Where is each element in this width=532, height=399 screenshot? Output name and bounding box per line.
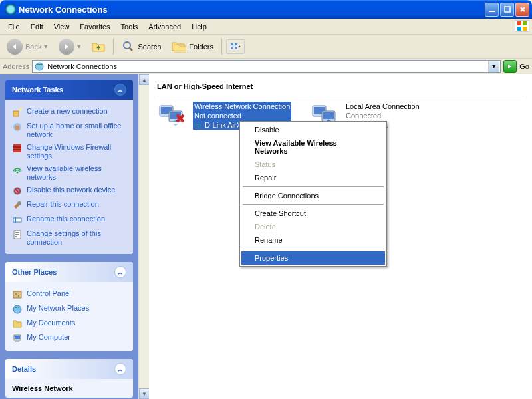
minimize-button[interactable] [485,3,499,17]
menu-edit[interactable]: Edit [25,21,49,33]
panel-header-details[interactable]: Details ︽ [5,359,133,379]
ctx-repair[interactable]: Repair [241,171,385,184]
connection-status: Not connected [193,111,291,120]
link-my-computer[interactable]: My Computer [12,331,126,346]
connection-name: Local Area Connection [346,102,420,111]
ctx-disable[interactable]: Disable [241,123,385,136]
task-view-wireless[interactable]: View available wireless networks [12,162,126,184]
toolbar: Back ▾ ▾ Search Folders [0,35,532,59]
menu-favorites[interactable]: Favorites [74,21,115,33]
menu-bar: File Edit View Favorites Tools Advanced … [0,19,532,35]
svg-rect-4 [517,27,521,31]
ctx-properties[interactable]: Properties [241,251,385,265]
firewall-icon [12,143,23,154]
close-button[interactable] [515,3,529,17]
ctx-rename[interactable]: Rename [241,233,385,247]
network-places-icon [12,304,23,315]
computer-icon [12,333,23,344]
window-buttons [485,3,529,17]
task-disable-device[interactable]: Disable this network device [12,184,126,198]
svg-rect-28 [13,291,21,298]
go-button[interactable] [503,60,517,73]
svg-rect-16 [13,146,21,148]
scroll-up-icon[interactable]: ▲ [139,74,150,85]
wireless-signal-icon [194,121,202,129]
address-label: Address [3,63,29,70]
search-button[interactable]: Search [118,38,165,55]
menu-file[interactable]: File [3,21,25,33]
svg-point-31 [13,305,21,313]
task-repair[interactable]: Repair this connection [12,198,126,213]
folders-icon [172,41,186,53]
panel-header-tasks[interactable]: Network Tasks ︽ [5,80,133,100]
search-icon [122,40,135,53]
network-tasks-panel: Network Tasks ︽ Create a new connection … [5,80,133,254]
menu-help[interactable]: Help [186,21,212,33]
address-dropdown-icon[interactable]: ▾ [488,61,499,72]
ctx-separator [243,204,384,205]
svg-point-39 [198,126,199,128]
task-label: View available wireless networks [27,164,126,182]
collapse-icon[interactable]: ︽ [114,84,126,96]
svg-rect-10 [235,47,237,49]
ctx-separator [243,249,384,249]
ctx-delete: Delete [241,220,385,233]
ctx-bridge[interactable]: Bridge Connections [241,189,385,202]
task-setup-network[interactable]: Set up a home or small office network [12,120,126,141]
repair-icon [12,200,23,211]
go-label: Go [519,63,529,70]
svg-rect-43 [323,112,334,119]
rename-icon [12,215,23,225]
svg-rect-12 [13,111,19,116]
task-rename[interactable]: Rename this connection [12,213,126,227]
up-button[interactable] [88,39,109,54]
ctx-separator [243,186,384,187]
disable-icon [12,186,23,196]
svg-rect-5 [523,27,527,31]
address-input[interactable]: Network Connections ▾ [32,60,501,73]
svg-rect-33 [15,336,20,339]
wireless-connection-icon [157,102,189,128]
maximize-button[interactable] [500,3,514,17]
task-label: Change settings of this connection [27,229,126,247]
ctx-view-networks[interactable]: View Available Wireless Networks [241,136,385,158]
svg-point-11 [35,63,43,70]
section-header: LAN or High-Speed Internet [157,80,524,96]
sidebar-scrollbar[interactable]: ▲ ▼ [138,74,149,399]
app-icon [5,4,16,15]
panel-body: Wireless Network [5,379,133,398]
panel-title: Details [12,365,36,373]
link-control-panel[interactable]: Control Panel [12,287,126,302]
folders-button[interactable]: Folders [168,39,217,55]
task-create-connection[interactable]: Create a new connection [12,105,126,120]
home-network-icon [12,122,23,132]
panel-title: Network Tasks [12,86,63,94]
menu-tools[interactable]: Tools [116,21,144,33]
collapse-icon[interactable]: ︽ [114,266,126,278]
details-panel: Details ︽ Wireless Network [5,359,133,398]
svg-point-27 [15,236,17,237]
properties-icon [12,229,23,240]
svg-point-30 [18,295,19,297]
panel-header-other[interactable]: Other Places ︽ [5,262,133,282]
task-change-settings[interactable]: Change settings of this connection [12,227,126,249]
scroll-down-icon[interactable]: ▼ [139,388,150,399]
link-network-places[interactable]: My Network Places [12,302,126,317]
task-firewall[interactable]: Change Windows Firewall settings [12,141,126,162]
details-text: Wireless Network [12,384,126,392]
svg-rect-22 [13,218,21,222]
menu-advanced[interactable]: Advanced [143,21,186,33]
menu-view[interactable]: View [49,21,75,33]
collapse-icon[interactable]: ︽ [114,363,126,375]
other-places-panel: Other Places ︽ Control Panel My Network … [5,262,133,351]
task-label: Change Windows Firewall settings [27,143,126,160]
forward-button[interactable]: ▾ [55,37,85,57]
link-my-documents[interactable]: My Documents [12,317,126,331]
context-menu: Disable View Available Wireless Networks… [239,121,387,267]
back-button[interactable]: Back ▾ [3,37,52,57]
svg-rect-8 [235,43,237,45]
svg-point-6 [124,42,130,49]
ctx-create-shortcut[interactable]: Create Shortcut [241,207,385,220]
views-button[interactable] [226,39,245,54]
svg-rect-23 [15,217,16,223]
